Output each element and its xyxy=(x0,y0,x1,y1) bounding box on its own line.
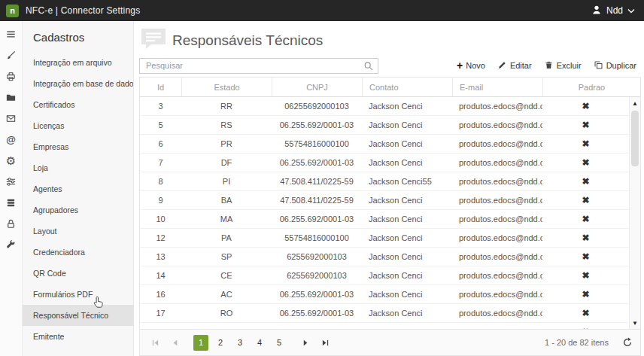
table-row[interactable]: 9BA47.508.411/0225-59Jackson Cenciprodut… xyxy=(140,191,629,210)
table-row[interactable]: 10MA06.255.692/0001-03Jackson Cenciprodu… xyxy=(140,210,629,229)
table-row[interactable]: 3RR06255692000103Jackson Cenciprodutos.e… xyxy=(140,97,629,116)
mail-icon[interactable] xyxy=(5,112,17,124)
pager-page[interactable]: 4 xyxy=(252,335,267,351)
table-cell: produtos.edocs@ndd.com.br xyxy=(452,97,542,115)
table-row[interactable]: 13SP6255692000103Jackson Cenciprodutos.e… xyxy=(140,248,629,266)
sidebar-item[interactable]: Responsável Técnico xyxy=(23,305,133,326)
edit-icon xyxy=(497,60,507,72)
column-header[interactable]: Padrao xyxy=(542,78,640,96)
layers-icon[interactable] xyxy=(5,196,17,208)
pager: 12345 1 - 20 de 82 itens xyxy=(139,329,641,356)
pager-page[interactable]: 5 xyxy=(272,335,287,351)
table-cell: 10 xyxy=(140,210,181,228)
scrollbar-thumb[interactable] xyxy=(631,111,639,166)
table-row[interactable]: 8PI47.508.411/0225-59Jackson Cenci55prod… xyxy=(140,172,629,191)
sidebar-item[interactable]: QR Code xyxy=(23,263,133,284)
table-cell: CE xyxy=(181,266,272,284)
sidebar-item[interactable]: Layout xyxy=(23,221,133,242)
sidebar-item[interactable]: Integração em base de dados xyxy=(23,73,133,94)
at-sign-icon[interactable]: @ xyxy=(5,133,17,145)
sidebar-item[interactable]: Credenciadora xyxy=(23,242,133,263)
table-cell: produtos.edocs@ndd.com.br xyxy=(452,266,542,284)
novo-button[interactable]: + Novo xyxy=(457,60,485,72)
sidebar-item[interactable]: Loja xyxy=(23,157,133,178)
sidebar-item[interactable]: Agentes xyxy=(23,178,133,199)
sliders-icon[interactable] xyxy=(5,175,17,187)
duplicar-button[interactable]: Duplicar xyxy=(594,60,636,72)
copy-icon xyxy=(594,60,603,72)
table-row[interactable]: 5RS06.255.692/0001-03Jackson Cenciprodut… xyxy=(140,116,629,135)
refresh-icon[interactable] xyxy=(622,337,633,348)
sidebar-item[interactable]: Agrupadores xyxy=(23,199,133,221)
wrench-icon[interactable] xyxy=(5,239,17,251)
padrao-cross-icon: ✖ xyxy=(542,266,629,284)
sidebar-menu: Integração em arquivoIntegração em base … xyxy=(23,52,133,347)
brush-icon[interactable] xyxy=(5,49,17,61)
pager-page[interactable]: 3 xyxy=(232,335,248,351)
table-cell: 5 xyxy=(140,116,181,134)
sidebar-item[interactable]: Integração em arquivo xyxy=(23,52,133,73)
table-cell: Jackson Cenci xyxy=(362,191,452,209)
user-icon xyxy=(591,5,602,17)
user-menu[interactable]: Ndd xyxy=(591,5,635,17)
padrao-cross-icon: ✖ xyxy=(542,285,629,303)
printer-icon[interactable] xyxy=(5,70,17,82)
table-row[interactable]: 16AC06.255.692/0001-03Jackson Cenciprodu… xyxy=(140,285,629,304)
pager-next-icon[interactable] xyxy=(296,333,314,351)
pager-last-icon[interactable] xyxy=(316,333,334,351)
scroll-down-icon[interactable]: ▼ xyxy=(630,318,640,328)
table-cell: RO xyxy=(181,304,272,322)
excluir-button[interactable]: Excluir xyxy=(544,60,582,72)
table-cell: 16 xyxy=(140,285,181,303)
menu-icon[interactable] xyxy=(5,28,17,40)
table-row[interactable]: 18AP55754816000100Jackson Cenciprodutos.… xyxy=(140,323,629,329)
search-input[interactable] xyxy=(139,58,378,74)
editar-button[interactable]: Editar xyxy=(497,60,532,72)
table-cell: produtos.edocs@ndd.com.br xyxy=(452,210,542,228)
sidebar-item[interactable]: Certificados xyxy=(23,94,133,115)
table-cell: Jackson Cenci xyxy=(362,116,452,134)
table-cell: 55754816000100 xyxy=(272,323,362,329)
table-cell: produtos.edocs@ndd.com.br xyxy=(452,285,542,303)
pager-prev-icon[interactable] xyxy=(166,333,184,351)
table-cell: 14 xyxy=(140,266,181,284)
table-cell: 06.255.692/0001-03 xyxy=(272,304,362,322)
table-cell: AP xyxy=(181,323,272,329)
table-row[interactable]: 6PR55754816000100Jackson Cenciprodutos.e… xyxy=(140,135,629,154)
table-row[interactable]: 12PA55754816000100Jackson Cenciprodutos.… xyxy=(140,229,629,248)
main-panel: Responsáveis Técnicos + Novo Editar xyxy=(134,21,644,356)
table-cell: 8 xyxy=(140,172,181,190)
table-cell: 6255692000103 xyxy=(272,266,362,284)
table-cell: PI xyxy=(181,172,272,190)
column-header[interactable]: E-mail xyxy=(452,78,542,96)
column-header[interactable]: Estado xyxy=(181,78,272,96)
table-cell: 47.508.411/0225-59 xyxy=(272,191,362,209)
padrao-cross-icon: ✖ xyxy=(542,116,629,134)
table-row[interactable]: 14CE6255692000103Jackson Cenciprodutos.e… xyxy=(140,266,629,285)
folder-icon[interactable] xyxy=(5,91,17,103)
table-cell: 06.255.692/0001-03 xyxy=(272,285,362,303)
pager-page[interactable]: 2 xyxy=(213,335,228,351)
table-cell: AC xyxy=(181,285,272,303)
pager-first-icon[interactable] xyxy=(146,333,164,351)
gear-icon[interactable]: ⚙ xyxy=(5,154,17,166)
grid-rows: 3RR06255692000103Jackson Cenciprodutos.e… xyxy=(140,97,629,329)
column-header[interactable]: CNPJ xyxy=(272,78,362,96)
padrao-cross-icon: ✖ xyxy=(542,97,629,115)
sidebar-item[interactable]: Licenças xyxy=(23,115,133,136)
chevron-down-icon xyxy=(627,5,635,16)
table-row[interactable]: 17RO06.255.692/0001-03Jackson Cenciprodu… xyxy=(140,304,629,323)
padrao-cross-icon: ✖ xyxy=(542,210,629,228)
sidebar-item[interactable]: Empresas xyxy=(23,136,133,157)
lock-icon[interactable] xyxy=(5,218,17,230)
column-header[interactable]: Id xyxy=(140,78,181,96)
column-header[interactable]: Contato xyxy=(362,78,452,96)
table-row[interactable]: 7DF06.255.692/0001-03Jackson Cenciprodut… xyxy=(140,154,629,172)
responsaveis-watermark-icon xyxy=(139,26,168,55)
pager-page[interactable]: 1 xyxy=(193,335,208,351)
table-cell: RS xyxy=(181,116,272,134)
vertical-scrollbar[interactable]: ▲ ▼ xyxy=(629,97,640,329)
sidebar-item[interactable]: Emitente xyxy=(23,326,133,347)
scroll-up-icon[interactable]: ▲ xyxy=(630,98,640,108)
sidebar-item[interactable]: Formulários PDF xyxy=(23,284,133,305)
